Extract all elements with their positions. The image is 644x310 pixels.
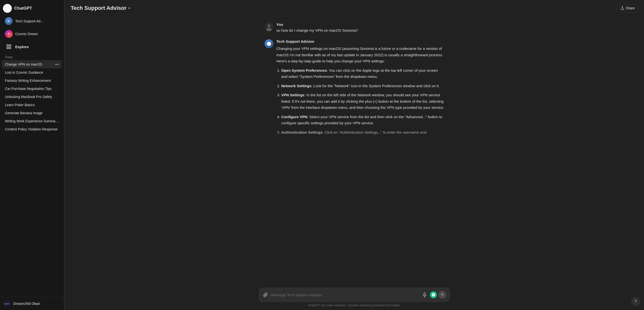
- attach-button[interactable]: [262, 292, 268, 298]
- explore-item[interactable]: Explore: [2, 41, 62, 53]
- user-message: You so how do I change my VPN on macOS S…: [264, 22, 444, 34]
- mic-button[interactable]: [421, 291, 428, 299]
- assistant-message-content: Tech Support Advisor Changing your VPN s…: [276, 39, 444, 138]
- cosmic-dream-avatar: [5, 30, 13, 38]
- chat-list: Change VPN on macOS ••• Lost in Cosmic G…: [0, 60, 64, 297]
- chat-item-label-cosmic-guidance: Lost in Cosmic Guidance: [5, 71, 59, 74]
- svg-rect-2: [7, 45, 8, 46]
- assistant-step-4: Configure VPN: Select your VPN service f…: [281, 114, 444, 126]
- user-name: Dreamchild Obari: [13, 302, 40, 305]
- header-title-group[interactable]: Tech Support Advisor ▾: [71, 5, 130, 11]
- assistant-intro: Changing your VPN settings on macOS (ass…: [276, 46, 444, 64]
- chat-item-label-car-purchase: Car Purchase Negotiation Tips: [5, 87, 59, 91]
- assistant-message-name: Tech Support Advisor: [276, 39, 444, 44]
- share-button[interactable]: Share: [617, 4, 638, 12]
- user-message-text: so how do I change my VPN on macOS Sonom…: [276, 28, 444, 34]
- assistant-step-3: VPN Settings: In the list on the left si…: [281, 92, 444, 111]
- step-1-title: Open System Preferences: [281, 68, 327, 73]
- explore-label: Explore: [15, 45, 29, 49]
- gpt-item-cosmic-dream[interactable]: Cosmic Dream: [2, 28, 62, 40]
- chevron-down-icon: ▾: [128, 6, 130, 10]
- chat-item-label-learn-poker: Learn Poker Basics: [5, 103, 59, 107]
- user-avatar: OBRA: [3, 300, 11, 307]
- assistant-avatar: [264, 39, 274, 48]
- chat-item-label-content-policy: Content Policy Violation Response: [5, 127, 59, 131]
- section-today: Today: [0, 53, 64, 60]
- chatgpt-logo: [3, 4, 12, 13]
- chat-messages: You so how do I change my VPN on macOS S…: [65, 17, 644, 284]
- gpt-item-tech-support[interactable]: Tech Support Ad... ✏️: [2, 15, 62, 27]
- chat-item-label-writing-work: Writing Work Experience Summar...: [5, 119, 59, 123]
- user-message-avatar: [264, 22, 274, 31]
- explore-icon: [5, 43, 13, 51]
- send-button[interactable]: [438, 291, 446, 299]
- chat-header: Tech Support Advisor ▾ Share: [65, 0, 644, 17]
- assistant-step-1: Open System Preferences: You can click o…: [281, 67, 444, 80]
- help-button[interactable]: ?: [631, 297, 640, 306]
- step-3-title: VPN Settings: [281, 93, 304, 97]
- disclaimer-text: ChatGPT can make mistakes. Consider chec…: [259, 302, 450, 308]
- input-box: [259, 287, 450, 302]
- chat-item-generate-banana[interactable]: Generate Banana Image: [2, 109, 62, 117]
- assistant-steps-list: Open System Preferences: You can click o…: [276, 67, 444, 136]
- svg-text:OBRA: OBRA: [4, 303, 10, 305]
- sidebar-header: ChatGPT: [0, 0, 64, 15]
- chat-title: Tech Support Advisor: [71, 5, 126, 11]
- message-input[interactable]: [271, 293, 418, 297]
- assistant-message-text: Changing your VPN settings on macOS (ass…: [276, 46, 444, 135]
- assistant-message-wrapper: Tech Support Advisor Changing your VPN s…: [259, 39, 450, 138]
- brand-name: ChatGPT: [14, 6, 61, 11]
- svg-rect-3: [9, 45, 11, 46]
- chat-item-unlocking-macbook[interactable]: Unlocking MacBook Pro Safely: [2, 93, 62, 101]
- input-right-actions: [421, 291, 446, 299]
- chat-item-fantasy-writing[interactable]: Fantasy Writing Enhancement: [2, 77, 62, 85]
- step-4-title: Configure VPN: [281, 115, 307, 119]
- chat-item-writing-work[interactable]: Writing Work Experience Summar...: [2, 117, 62, 125]
- tech-support-avatar: [5, 17, 13, 25]
- main-content: Tech Support Advisor ▾ Share: [65, 0, 644, 310]
- chat-item-label-generate-banana: Generate Banana Image: [5, 111, 59, 115]
- chat-item-menu-change-vpn[interactable]: •••: [55, 62, 59, 66]
- input-area: ChatGPT can make mistakes. Consider chec…: [65, 284, 644, 310]
- chat-item-label-unlocking-macbook: Unlocking MacBook Pro Safely: [5, 95, 59, 99]
- step-5-title: Authentication Settings: [281, 130, 322, 134]
- chat-item-car-purchase[interactable]: Car Purchase Negotiation Tips: [2, 85, 62, 93]
- sidebar-footer: OBRA Dreamchild Obari: [0, 297, 64, 310]
- green-icon: [430, 291, 437, 298]
- chat-item-change-vpn[interactable]: Change VPN on macOS •••: [2, 60, 62, 68]
- chat-item-learn-poker[interactable]: Learn Poker Basics: [2, 101, 62, 109]
- assistant-step-2: Network Settings: Look for the "Network"…: [281, 83, 444, 89]
- step-2-title: Network Settings: [281, 84, 312, 88]
- chat-item-content-policy[interactable]: Content Policy Violation Response: [2, 125, 62, 133]
- user-message-wrapper: You so how do I change my VPN on macOS S…: [259, 22, 450, 34]
- assistant-message: Tech Support Advisor Changing your VPN s…: [264, 39, 444, 138]
- sidebar: ChatGPT Tech Support Ad... ✏️ Cosmic Dre…: [0, 0, 64, 310]
- user-message-name: You: [276, 22, 444, 27]
- svg-point-9: [268, 24, 270, 27]
- chat-item-cosmic-guidance[interactable]: Lost in Cosmic Guidance: [2, 69, 62, 76]
- assistant-step-5: Authentication Settings: Click on "Authe…: [281, 129, 444, 136]
- user-message-content: You so how do I change my VPN on macOS S…: [276, 22, 444, 34]
- chat-item-label-change-vpn: Change VPN on macOS: [5, 62, 55, 66]
- chat-item-label-fantasy-writing: Fantasy Writing Enhancement: [5, 79, 59, 83]
- tech-support-label: Tech Support Ad...: [15, 19, 52, 23]
- help-label: ?: [634, 299, 637, 304]
- svg-rect-4: [7, 47, 8, 49]
- svg-rect-5: [9, 47, 11, 49]
- share-label: Share: [626, 6, 635, 10]
- cosmic-dream-label: Cosmic Dream: [15, 32, 59, 36]
